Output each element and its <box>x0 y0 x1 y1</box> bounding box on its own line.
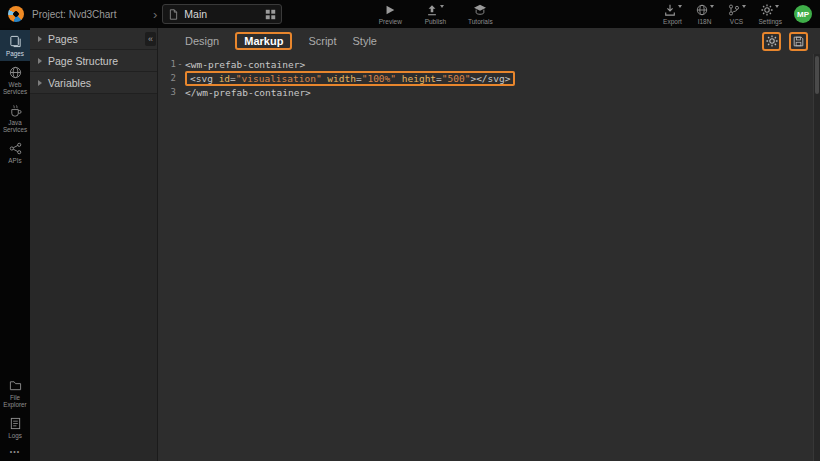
pages-icon <box>9 35 22 48</box>
collapse-sidebar-button[interactable]: « <box>145 32 156 46</box>
rail-item-label: File Explorer <box>1 394 29 408</box>
rail-item-label: Java Services <box>1 119 29 133</box>
markup-settings-button[interactable] <box>762 32 781 51</box>
tutorials-icon <box>473 3 487 16</box>
tab-design[interactable]: Design <box>185 35 219 47</box>
code-line[interactable]: 1-<wm-prefab-container> <box>158 57 820 71</box>
code-token-tag: <svg <box>190 73 213 84</box>
rail-item-label: APIs <box>8 157 21 164</box>
code-token-attr: height <box>402 73 436 84</box>
tab-script[interactable]: Script <box>308 35 336 47</box>
settings-label: Settings <box>759 18 783 25</box>
globe-icon <box>696 3 708 16</box>
publish-icon <box>426 3 438 16</box>
code-line[interactable]: 3</wm-prefab-container> <box>158 85 820 99</box>
tab-style[interactable]: Style <box>353 35 377 47</box>
code-token-string: "100%" <box>362 73 396 84</box>
rail-item-label: Logs <box>8 432 22 439</box>
settings-button[interactable]: Settings <box>759 3 783 25</box>
code-token-attr: id <box>219 73 230 84</box>
chevron-right-icon: › <box>153 7 157 22</box>
tab-markup[interactable]: Markup <box>235 32 292 50</box>
sidebar-item-variables[interactable]: Variables <box>30 72 157 94</box>
branch-icon <box>728 3 740 16</box>
code-token-attr: width <box>327 73 356 84</box>
i18n-label: I18N <box>698 18 712 25</box>
topbar-right-actions: Export I18N VCS <box>663 3 813 25</box>
rail-item-label: Pages <box>6 50 24 57</box>
play-icon <box>384 3 396 16</box>
tutorials-label: Tutorials <box>468 18 493 25</box>
globe-icon <box>9 66 22 79</box>
code-token-string: "500" <box>442 73 471 84</box>
editor-scrollbar[interactable] <box>813 54 820 461</box>
gear-icon <box>766 35 778 47</box>
page-selector-value: Main <box>184 8 260 20</box>
topbar-center-actions: Preview Publish Tutorials <box>376 3 494 25</box>
save-button[interactable] <box>789 32 808 51</box>
topbar: Project: Nvd3Chart › Main Preview <box>0 0 820 28</box>
wavemaker-studio-window: Project: Nvd3Chart › Main Preview <box>0 0 820 461</box>
user-avatar[interactable]: MP <box>794 5 812 23</box>
rail-item-apis[interactable]: APIs <box>0 137 30 168</box>
caret-right-icon <box>38 58 42 64</box>
chevron-down-icon <box>678 5 682 8</box>
page-selector[interactable]: Main <box>162 4 282 24</box>
markup-toolbar <box>762 32 808 51</box>
editor-tabbar: Design Markup Script Style <box>158 28 820 54</box>
log-document-icon <box>9 417 22 430</box>
highlighted-code-text[interactable]: <svg id="visualisation" width="100%" hei… <box>185 71 515 86</box>
grid-icon[interactable] <box>265 9 276 20</box>
code-token-tag: </wm-prefab-container> <box>185 87 311 98</box>
fold-marker-icon[interactable]: - <box>176 59 184 69</box>
rail-spacer <box>0 168 30 374</box>
publish-button[interactable]: Publish <box>421 3 449 25</box>
tutorials-button[interactable]: Tutorials <box>466 3 494 25</box>
scrollbar-thumb[interactable] <box>815 56 819 94</box>
caret-right-icon <box>38 36 42 42</box>
code-line[interactable]: 2<svg id="visualisation" width="100%" he… <box>158 71 820 85</box>
wavemaker-logo-icon[interactable] <box>8 6 24 22</box>
gear-icon <box>761 3 773 16</box>
main-layout: Pages Web Services Java Services APIs <box>0 28 820 461</box>
code-text[interactable]: <wm-prefab-container> <box>185 59 305 70</box>
sidebar-item-page-structure[interactable]: Page Structure <box>30 50 157 72</box>
export-icon <box>664 3 676 16</box>
code-editor[interactable]: 1-<wm-prefab-container>2<svg id="visuali… <box>158 54 820 461</box>
export-label: Export <box>663 18 682 25</box>
more-options-button[interactable]: ••• <box>0 443 30 461</box>
editor-area: Design Markup Script Style <box>158 28 820 461</box>
code-token-tag: ></svg> <box>470 73 510 84</box>
rail-item-pages[interactable]: Pages <box>0 30 30 61</box>
code-token-tag: <wm-prefab-container> <box>185 59 305 70</box>
line-number: 3 <box>171 87 176 97</box>
rail-item-web-services[interactable]: Web Services <box>0 61 30 99</box>
page-icon <box>168 9 179 20</box>
chevron-down-icon <box>440 5 444 8</box>
caret-right-icon <box>38 80 42 86</box>
line-gutter: 1- <box>158 59 184 69</box>
folder-icon <box>9 379 22 392</box>
i18n-button[interactable]: I18N <box>695 3 715 25</box>
rail-item-label: Web Services <box>1 81 29 95</box>
line-gutter: 2 <box>158 73 184 83</box>
api-nodes-icon <box>9 142 22 155</box>
coffee-cup-icon <box>9 104 22 117</box>
preview-button[interactable]: Preview <box>376 3 404 25</box>
sidebar-item-label: Pages <box>48 33 78 45</box>
rail-item-java-services[interactable]: Java Services <box>0 99 30 137</box>
sidebar-item-pages[interactable]: Pages <box>30 28 157 50</box>
save-icon <box>793 36 804 47</box>
project-name-label: Project: Nvd3Chart <box>32 9 148 20</box>
vcs-button[interactable]: VCS <box>727 3 747 25</box>
sidebar-panel: « Pages Page Structure Variables <box>30 28 158 461</box>
code-lines: 1-<wm-prefab-container>2<svg id="visuali… <box>158 57 820 99</box>
sidebar-item-label: Variables <box>48 77 91 89</box>
vcs-label: VCS <box>730 18 743 25</box>
left-icon-rail: Pages Web Services Java Services APIs <box>0 28 30 461</box>
export-button[interactable]: Export <box>663 3 683 25</box>
sidebar-item-label: Page Structure <box>48 55 118 67</box>
rail-item-logs[interactable]: Logs <box>0 412 30 443</box>
code-text[interactable]: </wm-prefab-container> <box>185 87 311 98</box>
rail-item-file-explorer[interactable]: File Explorer <box>0 374 30 412</box>
